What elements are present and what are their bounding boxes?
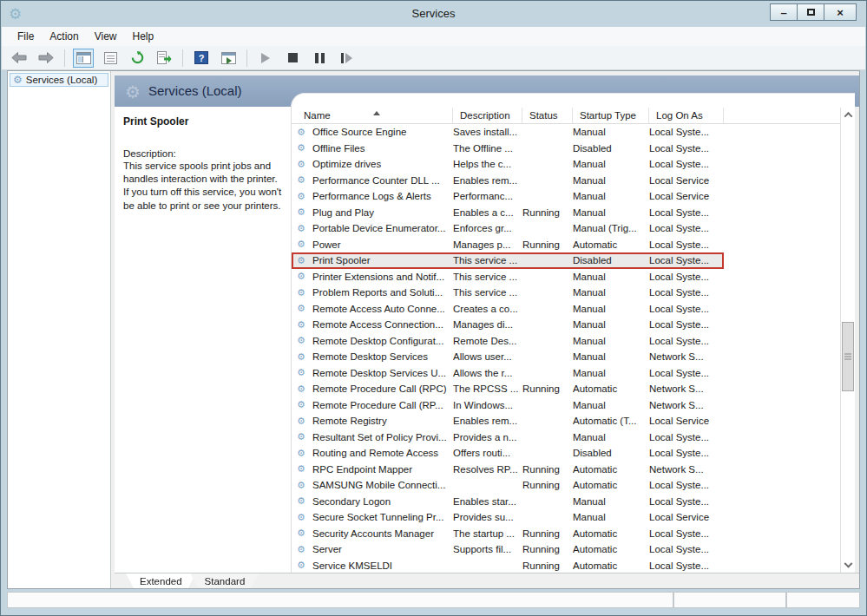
service-row[interactable]: ⚙PowerManages p...RunningAutomaticLocal … — [292, 237, 840, 253]
service-row-highlighted[interactable]: ⚙Print SpoolerThis service ...DisabledLo… — [292, 252, 840, 269]
tab-extended[interactable]: Extended — [126, 573, 196, 588]
service-startup-type: Manual — [573, 336, 649, 346]
refresh-button[interactable] — [127, 49, 148, 68]
service-row[interactable]: ⚙Plug and PlayEnables a c...RunningManua… — [292, 205, 840, 221]
service-row[interactable]: ⚙RPC Endpoint MapperResolves RP...Runnin… — [292, 462, 840, 478]
service-row[interactable]: ⚙Remote Desktop ServicesAllows user...Ma… — [292, 349, 840, 365]
column-header-description[interactable]: Description — [453, 108, 522, 123]
service-row[interactable]: ⚙Office Source EngineSaves install...Man… — [292, 124, 840, 141]
service-name: Secure Socket Tunneling Pr... — [312, 512, 453, 522]
service-log-on-as: Local Syste... — [649, 272, 724, 282]
service-row[interactable]: ⚙Problem Reports and Soluti...This servi… — [292, 285, 840, 301]
service-row[interactable]: ⚙Resultant Set of Policy Provi...Provide… — [292, 429, 840, 446]
back-arrow-icon — [11, 52, 27, 63]
console-tree-icon — [76, 52, 91, 64]
service-row[interactable]: ⚙Routing and Remote AccessOffers routi..… — [292, 445, 840, 462]
service-startup-type: Disabled — [573, 448, 649, 458]
service-name: Printer Extensions and Notif... — [312, 272, 453, 282]
service-description: Provides a n... — [453, 432, 522, 442]
properties-button[interactable] — [100, 49, 121, 68]
properties-icon — [104, 52, 117, 64]
maximize-button[interactable] — [797, 3, 824, 21]
banner-title: Services (Local) — [148, 83, 242, 98]
menu-file[interactable]: File — [10, 29, 42, 44]
menu-help[interactable]: Help — [125, 29, 162, 44]
scrollbar-thumb[interactable] — [842, 322, 854, 391]
service-row[interactable]: ⚙Printer Extensions and Notif...This ser… — [292, 269, 840, 285]
service-status: Running — [522, 480, 573, 490]
column-header-startup-type[interactable]: Startup Type — [573, 108, 649, 123]
export-list-button[interactable] — [154, 49, 174, 68]
description-text: This service spools print jobs and handl… — [123, 160, 284, 213]
service-row[interactable]: ⚙Performance Counter DLL ...Enables rem.… — [292, 173, 840, 189]
service-row[interactable]: ⚙Remote Access Auto Conne...Creates a co… — [292, 301, 840, 318]
service-log-on-as: Local Service — [649, 512, 724, 522]
service-log-on-as: Local Syste... — [649, 448, 724, 458]
gears-icon: ⚙ — [297, 128, 312, 137]
service-name: Remote Desktop Services U... — [312, 368, 453, 378]
column-header-status[interactable]: Status — [522, 108, 573, 123]
column-header-log-on-as[interactable]: Log On As — [649, 108, 724, 123]
statusbar-cell — [673, 592, 786, 608]
restart-service-button[interactable] — [336, 49, 357, 68]
service-row[interactable]: ⚙Portable Device Enumerator...Enforces g… — [292, 220, 840, 237]
service-row[interactable]: ⚙ServerSupports fil...RunningAutomaticLo… — [292, 541, 840, 558]
service-row[interactable]: ⚙Optimize drivesHelps the c...ManualLoca… — [292, 156, 840, 173]
tab-standard[interactable]: Standard — [191, 573, 259, 588]
back-button[interactable] — [9, 49, 30, 68]
menu-view[interactable]: View — [87, 29, 125, 44]
titlebar: ⚙ Services – × — [1, 1, 866, 27]
service-row[interactable]: ⚙Secure Socket Tunneling Pr...Provides s… — [292, 509, 840, 526]
service-row[interactable]: ⚙Remote Procedure Call (RPC)The RPCSS ..… — [292, 381, 840, 397]
service-row[interactable]: ⚙SAMSUNG Mobile Connecti...RunningAutoma… — [292, 477, 840, 494]
show-hide-action-pane-button[interactable] — [218, 49, 239, 68]
help-button[interactable]: ? — [191, 49, 212, 68]
start-service-button[interactable] — [255, 49, 276, 68]
service-row[interactable]: ⚙Security Accounts ManagerThe startup ..… — [292, 526, 840, 542]
minimize-button[interactable]: – — [770, 3, 798, 21]
service-row[interactable]: ⚙Performance Logs & AlertsPerformanc...M… — [292, 188, 840, 205]
restart-service-icon — [341, 53, 352, 63]
service-description: Enables rem... — [453, 175, 522, 186]
service-log-on-as: Local Syste... — [649, 368, 724, 378]
service-name: Offline Files — [312, 143, 453, 154]
service-startup-type: Manual — [573, 351, 649, 362]
gears-icon: ⚙ — [297, 304, 312, 313]
service-log-on-as: Local Service — [649, 416, 724, 426]
service-row[interactable]: ⚙Remote Desktop Services U...Allows the … — [292, 365, 840, 382]
console-tree-panel: ⚙ Services (Local) — [8, 71, 111, 588]
service-log-on-as: Network S... — [649, 464, 724, 475]
list-header: Name Description Status Startup Type Log… — [292, 108, 855, 124]
gears-icon: ⚙ — [297, 545, 312, 554]
service-name: Routing and Remote Access — [312, 448, 453, 458]
column-header-name[interactable]: Name — [297, 108, 453, 123]
stop-service-button[interactable] — [282, 49, 303, 68]
service-row[interactable]: ⚙Remote Procedure Call (RP...In Windows.… — [292, 397, 840, 414]
view-tabstrip: Extended Standard — [115, 573, 859, 588]
service-row[interactable]: ⚙Remote Desktop Configurat...Remote Des.… — [292, 333, 840, 350]
service-row[interactable]: ⚙Offline FilesThe Offline ...DisabledLoc… — [292, 141, 840, 157]
scroll-up-button[interactable] — [841, 108, 855, 121]
gears-icon: ⚙ — [297, 256, 312, 265]
service-description: Provides su... — [453, 512, 522, 522]
service-description: Allows user... — [453, 351, 522, 362]
service-log-on-as: Local Syste... — [649, 207, 724, 218]
close-button[interactable]: × — [824, 3, 857, 21]
forward-button[interactable] — [36, 49, 56, 68]
show-hide-console-tree-button[interactable] — [73, 49, 94, 68]
vertical-scrollbar[interactable] — [840, 108, 855, 573]
service-row[interactable]: ⚙Remote RegistryEnables rem...Automatic … — [292, 413, 840, 429]
statusbar — [7, 592, 860, 608]
service-row[interactable]: ⚙Secondary LogonEnables star...ManualLoc… — [292, 494, 840, 510]
service-startup-type: Manual — [573, 400, 649, 410]
tree-item-services-local[interactable]: ⚙ Services (Local) — [10, 73, 108, 87]
menu-action[interactable]: Action — [42, 29, 86, 44]
service-description: Enables a c... — [453, 207, 522, 218]
pause-service-button[interactable] — [309, 49, 330, 68]
service-description: Supports fil... — [453, 544, 522, 554]
service-row[interactable]: ⚙Remote Access Connection...Manages di..… — [292, 317, 840, 333]
service-description: The startup ... — [453, 528, 522, 539]
service-name: Remote Procedure Call (RP... — [312, 400, 453, 410]
service-row[interactable]: ⚙Service KMSELDIRunningAutomaticLocal Sy… — [292, 558, 840, 573]
scroll-down-button[interactable] — [841, 559, 855, 573]
